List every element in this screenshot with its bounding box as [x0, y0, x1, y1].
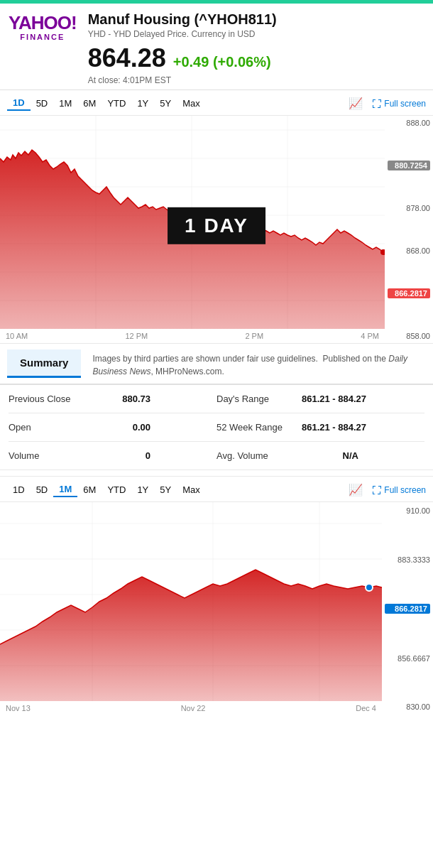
stats-row-3: Volume 0 Avg. Volume N/A [9, 442, 424, 470]
chart1-container: 888.00 880.7254 878.00 868.00 866.2817 8… [0, 116, 433, 343]
fullscreen-label-2: Full screen [384, 485, 426, 495]
stat-col-52wk: 52 Week Range 861.21 - 884.27 [217, 422, 424, 433]
tf2-btn-5d[interactable]: 5D [31, 483, 54, 497]
chart1-y-labels: 888.00 880.7254 878.00 868.00 866.2817 8… [385, 116, 433, 343]
chart1-x-labels: 10 AM 12 PM 2 PM 4 PM [0, 329, 385, 343]
tf-btn-1d[interactable]: 1D [7, 96, 31, 111]
tf2-btn-1d[interactable]: 1D [7, 483, 31, 497]
tf2-btn-ytd[interactable]: YTD [102, 483, 131, 497]
stat-label-avg-volume: Avg. Volume [217, 450, 302, 461]
y2-label-830: 830.00 [385, 702, 430, 711]
x-label-4pm: 4 PM [361, 332, 379, 340]
y-label-888: 888.00 [388, 119, 430, 127]
y2-label-856: 856.6667 [385, 654, 430, 663]
stat-label-volume: Volume [9, 450, 94, 461]
y-label-880: 880.7254 [388, 161, 430, 170]
price-main: 864.28 [88, 43, 166, 73]
x-label-12pm: 12 PM [125, 332, 148, 340]
yahoo-wordmark: YAHOO! [9, 12, 77, 33]
chart2-type-icon[interactable]: 📈 [349, 483, 363, 497]
tf2-btn-max[interactable]: Max [177, 483, 206, 497]
stat-label-prev-close: Previous Close [9, 394, 94, 404]
y-label-868: 868.00 [388, 246, 430, 255]
stat-label-52wk: 52 Week Range [217, 422, 302, 433]
fullscreen-btn-1[interactable]: Full screen [373, 99, 426, 109]
fullscreen-btn-2[interactable]: Full screen [373, 485, 426, 495]
x-label-10am: 10 AM [6, 332, 28, 340]
yahoo-text: YAHOO! [9, 13, 77, 32]
tf-btn-5d[interactable]: 5D [31, 97, 54, 110]
stat-value-avg-volume: N/A [302, 450, 358, 461]
y2-label-883: 883.3333 [385, 555, 430, 564]
x2-label-nov13: Nov 13 [6, 704, 31, 712]
y2-label-866: 866.2817 [385, 604, 430, 614]
ticker-info: Manuf Housing (^YHOH811) YHD - YHD Delay… [88, 11, 424, 85]
summary-note: Images by third parties are shown under … [92, 349, 426, 378]
stat-col-prev-close: Previous Close 880.73 [9, 394, 217, 404]
stats-row-1: Previous Close 880.73 Day's Range 861.21… [9, 385, 424, 413]
stat-label-days-range: Day's Range [217, 394, 302, 404]
tf2-btn-6m[interactable]: 6M [77, 483, 102, 497]
timeframe-bar-1: 1D 5D 1M 6M YTD 1Y 5Y Max 📈 Full screen [0, 90, 433, 116]
tf2-btn-1y[interactable]: 1Y [131, 483, 154, 497]
stat-col-days-range: Day's Range 861.21 - 884.27 [217, 394, 424, 404]
svg-point-21 [366, 584, 373, 591]
y2-label-910: 910.00 [385, 506, 430, 515]
stat-value-open: 0.00 [94, 422, 150, 433]
y-label-866: 866.2817 [388, 288, 430, 298]
x2-label-dec4: Dec 4 [356, 704, 376, 712]
one-day-label: 1 DAY [168, 207, 265, 244]
stat-col-open: Open 0.00 [9, 422, 217, 433]
tf-btn-6m[interactable]: 6M [77, 97, 102, 110]
x2-label-nov22: Nov 22 [181, 704, 206, 712]
price-change: +0.49 (+0.06%) [173, 54, 271, 70]
timeframe-bar-2: 1D 5D 1M 6M YTD 1Y 5Y Max 📈 Full screen [0, 477, 433, 502]
chart2-y-labels: 910.00 883.3333 866.2817 856.6667 830.00 [382, 502, 433, 715]
stat-value-days-range: 861.21 - 884.27 [302, 394, 366, 404]
stat-value-prev-close: 880.73 [94, 394, 150, 404]
svg-marker-20 [0, 570, 382, 701]
fullscreen-label-1: Full screen [384, 99, 426, 109]
chart1-section: 1D 5D 1M 6M YTD 1Y 5Y Max 📈 Full screen [0, 90, 433, 344]
finance-text: FINANCE [20, 33, 65, 41]
stat-label-open: Open [9, 422, 94, 433]
stats-section: Previous Close 880.73 Day's Range 861.21… [0, 385, 433, 470]
y-label-858: 858.00 [388, 332, 430, 340]
ticker-name: Manuf Housing (^YHOH811) [88, 11, 424, 28]
summary-section: Summary Images by third parties are show… [0, 344, 433, 385]
chart2-x-labels: Nov 13 Nov 22 Dec 4 [0, 701, 382, 715]
tf-btn-5y[interactable]: 5Y [154, 97, 177, 110]
chart2-svg [0, 502, 382, 701]
chart2-container: 910.00 883.3333 866.2817 856.6667 830.00… [0, 502, 433, 715]
stat-value-volume: 0 [94, 450, 150, 461]
chart-type-icon[interactable]: 📈 [349, 97, 363, 110]
tf-btn-1m[interactable]: 1M [53, 97, 77, 110]
tf-btn-max[interactable]: Max [177, 97, 206, 110]
stat-col-volume: Volume 0 [9, 450, 217, 461]
chart2-section: 1D 5D 1M 6M YTD 1Y 5Y Max 📈 Full screen [0, 476, 433, 715]
tf-btn-ytd[interactable]: YTD [102, 97, 131, 110]
x-label-2pm: 2 PM [245, 332, 263, 340]
header: YAHOO! FINANCE Manuf Housing (^YHOH811) … [0, 4, 433, 90]
tf2-btn-5y[interactable]: 5Y [154, 483, 177, 497]
summary-tab[interactable]: Summary [7, 349, 81, 378]
tf2-btn-1m[interactable]: 1M [53, 482, 77, 497]
ticker-sub: YHD - YHD Delayed Price. Currency in USD [88, 29, 424, 39]
at-close: At close: 4:01PM EST [88, 75, 424, 85]
stat-col-avg-volume: Avg. Volume N/A [217, 450, 424, 461]
tf-btn-1y[interactable]: 1Y [131, 97, 154, 110]
yahoo-logo: YAHOO! FINANCE [9, 11, 77, 41]
stat-value-52wk: 861.21 - 884.27 [302, 422, 366, 433]
y-label-878: 878.00 [388, 204, 430, 212]
stats-row-2: Open 0.00 52 Week Range 861.21 - 884.27 [9, 413, 424, 442]
price-row: 864.28 +0.49 (+0.06%) [88, 43, 424, 73]
